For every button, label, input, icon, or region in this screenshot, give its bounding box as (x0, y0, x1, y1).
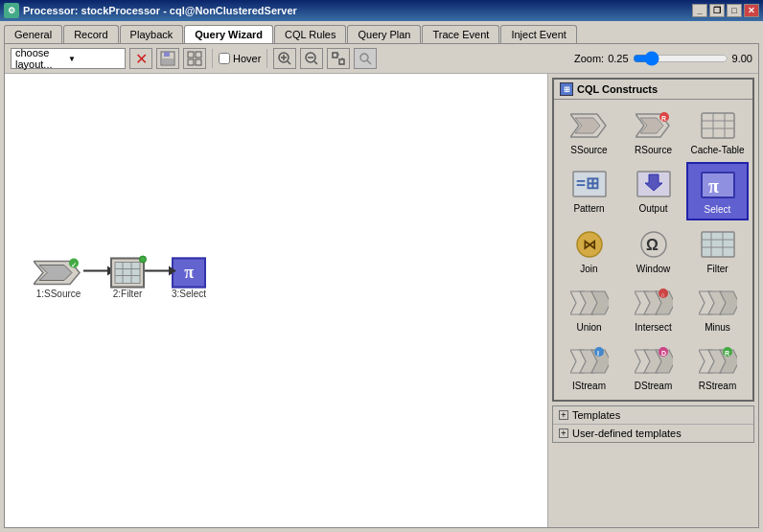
tab-general[interactable]: General (4, 25, 62, 43)
construct-union[interactable]: Union (558, 281, 620, 337)
svg-rect-6 (196, 59, 201, 65)
svg-line-19 (367, 60, 371, 64)
svg-rect-3 (188, 52, 194, 58)
delete-button[interactable]: ✕ (129, 48, 152, 69)
svg-rect-15 (339, 59, 344, 64)
layout-select[interactable]: choose layout... ▼ (11, 48, 126, 69)
hover-checkbox-area: Hover (219, 53, 261, 64)
maximize-button[interactable]: □ (727, 4, 742, 17)
zoom-out-button[interactable] (300, 48, 323, 69)
user-templates-row[interactable]: + User-defined templates (553, 425, 753, 442)
tabs-bar: General Record Playback Query Wizard CQL… (0, 21, 763, 43)
svg-text:π: π (708, 175, 719, 197)
layout-select-arrow: ▼ (68, 55, 121, 63)
union-construct-icon (570, 286, 609, 320)
save-button[interactable] (156, 48, 179, 69)
dstream-construct-label: DStream (635, 381, 672, 391)
construct-join[interactable]: ⋈ Join (558, 222, 620, 279)
construct-filter[interactable]: Filter (686, 222, 749, 279)
close-button[interactable]: ✕ (744, 4, 759, 17)
tab-cql-rules[interactable]: CQL Rules (274, 25, 346, 43)
user-templates-label: User-defined templates (572, 428, 682, 439)
svg-line-10 (288, 61, 290, 64)
intersect-construct-icon: ∩ (635, 286, 673, 320)
flow-arrow-1 (83, 270, 110, 272)
fit-button[interactable] (327, 48, 350, 69)
rstream-construct-label: RStream (699, 381, 736, 391)
dstream-construct-icon: D (635, 344, 673, 379)
flow-node-filter[interactable]: 2:Filter (110, 257, 145, 298)
zoom-max: 9.00 (732, 53, 752, 64)
templates-expand-icon[interactable]: + (559, 410, 568, 420)
filter-construct-icon (699, 227, 737, 262)
constructs-grid: SSource R (554, 100, 752, 400)
select-construct-icon: π (699, 168, 737, 202)
grid-button[interactable] (183, 48, 206, 69)
content-area: choose layout... ▼ ✕ Hover (4, 43, 759, 528)
construct-select[interactable]: π Select (686, 162, 749, 220)
filter-construct-label: Filter (706, 264, 728, 274)
minimize-button[interactable]: _ (692, 4, 707, 17)
construct-output[interactable]: Output (622, 162, 684, 220)
minus-construct-icon (699, 286, 737, 320)
join-construct-icon: ⋈ (570, 227, 609, 262)
construct-ssource[interactable]: SSource (558, 104, 620, 160)
svg-point-18 (360, 54, 368, 61)
window-controls: _ ❐ □ ✕ (692, 4, 759, 17)
join-construct-label: Join (580, 264, 597, 274)
toolbar-separator-1 (212, 49, 213, 68)
construct-rstream[interactable]: R RStream (686, 339, 749, 396)
svg-rect-5 (188, 59, 194, 65)
svg-text:I: I (597, 350, 599, 357)
construct-pattern[interactable]: =⊞ Pattern (558, 162, 620, 220)
flow-node-ssource[interactable]: ✓ 1:SSource (34, 257, 83, 298)
templates-row[interactable]: + Templates (553, 406, 753, 425)
cache-table-construct-label: Cache-Table (690, 145, 744, 155)
title-bar: ⚙ Processor: stockProcessor - cql@NonClu… (0, 0, 763, 21)
svg-text:⋈: ⋈ (583, 237, 596, 252)
tab-query-plan[interactable]: Query Plan (347, 25, 421, 43)
select-pi-icon: π (184, 263, 194, 283)
zoom-in-button[interactable] (273, 48, 296, 69)
select-label: 3:Select (172, 288, 206, 298)
cql-constructs-panel: ⊞ CQL Constructs SSource (552, 78, 754, 402)
tab-record[interactable]: Record (63, 25, 118, 43)
rsource-construct-icon: R (635, 108, 673, 143)
window-title: Processor: stockProcessor - cql@NonClust… (23, 5, 692, 16)
tab-trace-event[interactable]: Trace Event (422, 25, 499, 43)
svg-rect-1 (164, 52, 170, 57)
construct-dstream[interactable]: D DStream (622, 339, 684, 396)
window-construct-icon: Ω (635, 227, 673, 262)
tab-inject-event[interactable]: Inject Event (500, 25, 576, 43)
zoom-label: Zoom: (574, 53, 604, 64)
zoom-slider[interactable] (633, 51, 728, 66)
hover-checkbox[interactable] (219, 53, 230, 64)
cache-table-construct-icon (699, 108, 737, 143)
flow-node-select[interactable]: π 3:Select (172, 257, 206, 298)
svg-text:=⊞: =⊞ (576, 174, 599, 193)
restore-button[interactable]: ❐ (709, 4, 725, 17)
svg-rect-50 (702, 232, 734, 257)
templates-section: + Templates + User-defined templates (552, 405, 754, 443)
zoom-area: Zoom: 0.25 9.00 (574, 51, 752, 66)
tab-playback[interactable]: Playback (120, 25, 184, 43)
construct-intersect[interactable]: ∩ Intersect (622, 281, 684, 337)
construct-rsource[interactable]: R RSource (622, 104, 684, 160)
svg-point-69 (594, 347, 604, 357)
construct-minus[interactable]: Minus (686, 281, 749, 337)
toolbar-separator-2 (266, 49, 267, 68)
construct-window[interactable]: Ω Window (622, 222, 684, 279)
tab-query-wizard[interactable]: Query Wizard (184, 25, 273, 43)
user-templates-expand-icon[interactable]: + (559, 428, 568, 438)
main-canvas: ✓ 1:SSource (5, 74, 758, 527)
canvas-area[interactable]: ✓ 1:SSource (5, 74, 547, 527)
right-panel: ⊞ CQL Constructs SSource (547, 74, 758, 527)
construct-cache-table[interactable]: Cache-Table (686, 104, 749, 160)
rsource-construct-label: RSource (635, 145, 672, 155)
svg-text:R: R (725, 350, 729, 357)
app-icon: ⚙ (4, 3, 19, 18)
istream-construct-icon: I (570, 344, 609, 379)
search-button[interactable] (354, 48, 377, 69)
construct-istream[interactable]: I IStream (558, 339, 620, 396)
ssource-label: 1:SSource (36, 288, 81, 298)
